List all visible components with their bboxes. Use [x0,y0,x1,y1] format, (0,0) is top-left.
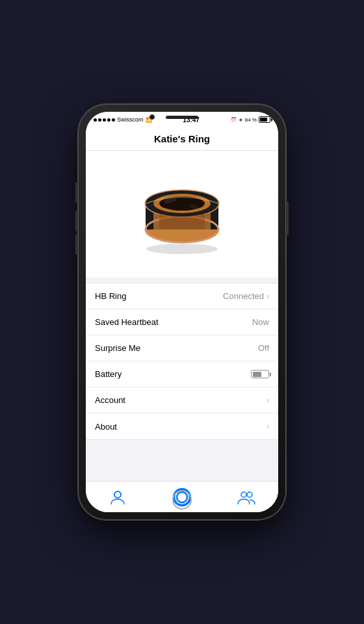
account-label: Account [95,395,125,405]
surprise-me-value-text: Off [258,343,269,353]
nav-title-bar: Katie's Ring [86,127,278,151]
battery-status-icon [259,116,270,123]
hb-ring-label: HB Ring [95,291,126,301]
surprise-me-label: Surprise Me [95,343,140,353]
about-chevron: › [266,422,269,431]
status-left: Swisscom 📶 [94,116,152,123]
earpiece [166,116,198,119]
bluetooth-icon: ∗ [239,117,243,123]
hb-ring-value: Connected › [223,291,269,301]
phone-outer: Swisscom 📶 13:47 ⏰ ∗ 84 % Katie's Ring [78,104,286,520]
account-chevron: › [266,396,269,405]
hb-ring-row[interactable]: HB Ring Connected › [86,283,278,309]
battery-label: Battery [95,369,122,379]
hb-ring-value-text: Connected [223,291,264,301]
home-button[interactable] [172,490,192,510]
saved-heartbeat-label: Saved Heartbeat [95,317,159,327]
signal-dot-3 [103,118,106,122]
people-icon [237,489,255,506]
svg-point-0 [146,244,218,254]
settings-list: HB Ring Connected › Saved Heartbeat Now … [86,278,278,481]
signal-dot-2 [98,118,101,122]
person-icon [109,489,126,506]
battery-status-fill [260,118,267,122]
phone-screen: Swisscom 📶 13:47 ⏰ ∗ 84 % Katie's Ring [86,112,278,512]
surprise-me-value: Off [258,343,269,353]
ring-illustration [124,172,240,257]
carrier-label: Swisscom [117,116,144,123]
front-camera [150,114,155,120]
about-value: › [266,422,269,431]
settings-section: HB Ring Connected › Saved Heartbeat Now … [86,283,278,440]
saved-heartbeat-value: Now [252,317,269,327]
signal-dot-1 [94,118,97,122]
about-row[interactable]: About › [86,413,278,439]
tab-profile[interactable] [98,484,137,510]
battery-percent-label: 84 % [245,117,257,123]
battery-indicator [251,370,269,378]
status-bar: Swisscom 📶 13:47 ⏰ ∗ 84 % [86,112,278,127]
status-right: ⏰ ∗ 84 % [231,116,270,123]
ring-image-area [86,151,278,278]
signal-dot-4 [107,118,110,122]
saved-heartbeat-value-text: Now [252,317,269,327]
account-value: › [266,396,269,405]
page-title: Katie's Ring [154,133,210,144]
svg-point-25 [241,492,246,497]
battery-row[interactable]: Battery [86,361,278,387]
signal-dots [94,118,115,122]
signal-dot-5 [112,118,115,122]
svg-point-17 [114,491,121,498]
about-label: About [95,422,117,432]
tab-contacts[interactable] [227,484,266,510]
saved-heartbeat-row[interactable]: Saved Heartbeat Now [86,309,278,335]
battery-bar-outer [251,370,269,378]
alarm-icon: ⏰ [231,117,237,122]
battery-bar-fill [253,372,262,377]
account-row[interactable]: Account › [86,387,278,413]
svg-point-26 [247,492,252,497]
surprise-me-row[interactable]: Surprise Me Off [86,335,278,361]
hb-ring-chevron: › [266,292,269,301]
